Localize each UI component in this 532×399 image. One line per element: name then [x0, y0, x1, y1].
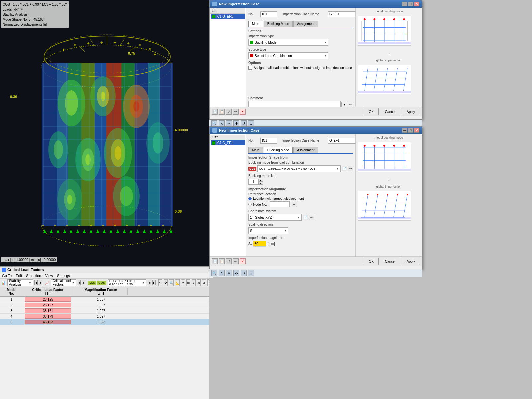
dialog2-nav-cursor[interactable]: ↖: [219, 270, 225, 276]
dialog1-nav-cursor[interactable]: ↖: [219, 120, 225, 126]
dialog2-nav-refresh[interactable]: ↺: [241, 270, 247, 276]
dialog2-coord-dropdown[interactable]: 1 - Global XYZ ▼: [248, 214, 302, 221]
pencil-icon[interactable]: ✏: [181, 279, 185, 286]
table-row[interactable]: 2 28.127 1.037: [0, 302, 213, 308]
dialog2-mode-no-input[interactable]: [248, 179, 258, 185]
results-next-btn[interactable]: ▶: [82, 280, 85, 285]
dialog1-no-input[interactable]: [260, 11, 277, 17]
dialog1-nav-settings[interactable]: ⚙: [233, 120, 239, 126]
dialog1-delete-btn[interactable]: ✕: [240, 109, 246, 115]
dialog1-apply-btn[interactable]: Apply: [402, 108, 420, 115]
dialog2-lc-btn1[interactable]: 📄: [342, 166, 347, 171]
cos-formula-dropdown[interactable]: COS - 1.35 * LC1 + 0.90 * LC3 + 1.50 *..…: [108, 279, 146, 286]
cos-next-btn[interactable]: ▶: [152, 280, 156, 285]
dialog1-ok-btn[interactable]: OK: [364, 108, 378, 115]
dialog2-ok-btn[interactable]: OK: [364, 258, 378, 265]
dialog1-tab-assignment[interactable]: Assignment: [293, 21, 318, 27]
cursor-icon[interactable]: ↖: [158, 279, 162, 286]
dialog2-refresh-btn[interactable]: ↺: [226, 258, 232, 264]
menu-goto[interactable]: Go To: [2, 274, 12, 278]
dialog2-action-btns: OK Cancel Apply: [364, 258, 420, 265]
dialog2-nav-export[interactable]: ⤓: [248, 270, 254, 276]
dialog1-imperfection-dropdown[interactable]: Buckling Mode ▼: [248, 39, 328, 46]
menu-selection[interactable]: Selection: [26, 274, 41, 278]
cos-prev-btn[interactable]: ◀: [148, 280, 151, 285]
dialog2-lc-dropdown[interactable]: COS - 1.35*LC1 + 0.90 *LC3 + 1.50 * LC4 …: [257, 165, 341, 172]
dialog2-list-item[interactable]: IC1 G_EF1: [211, 140, 245, 145]
dialog2-maximize-btn[interactable]: □: [408, 128, 413, 133]
settings-icon2[interactable]: ⚙: [202, 279, 206, 286]
dialog1-copy-btn[interactable]: 📋: [219, 109, 225, 115]
radio-location-selected[interactable]: [248, 197, 252, 200]
dialog2-titlebar[interactable]: New Imperfection Case — □ ✕: [210, 127, 422, 134]
dialog1-list-item[interactable]: IC1 G_EF1: [211, 14, 245, 19]
dialog1-cancel-btn[interactable]: Cancel: [380, 108, 400, 115]
dialog2-delete-btn[interactable]: ✕: [240, 258, 246, 264]
dialog1-titlebar[interactable]: New Imperfection Case — □ ✕: [210, 0, 422, 8]
dialog1-source-dropdown[interactable]: Select Load Combination ▼: [248, 52, 328, 59]
dialog1-nav-edit[interactable]: ✏: [226, 120, 232, 126]
dialog1-new-btn[interactable]: 📄: [212, 109, 218, 115]
dialog2-stepper-down[interactable]: ▼: [258, 182, 263, 185]
dialog2-list-panel: List IC1 G_EF1: [210, 134, 246, 256]
dialog1-checkbox[interactable]: [248, 66, 252, 70]
dialog2-name-input[interactable]: [328, 138, 355, 144]
dialog1-tab-buckling[interactable]: Buckling Mode: [264, 21, 293, 27]
dialog2-tab-buckling[interactable]: Buckling Mode: [264, 147, 293, 153]
menu-edit[interactable]: Edit: [16, 274, 22, 278]
move-icon[interactable]: ✥: [164, 279, 168, 286]
dialog1-comment-expand[interactable]: ▼: [341, 102, 347, 107]
dialog1-edit-btn[interactable]: ✏: [233, 109, 239, 115]
dialog2-coord-btn1[interactable]: 📄: [303, 215, 308, 220]
analysis-next-btn[interactable]: ▶: [39, 280, 42, 285]
dialog1-tab-main[interactable]: Main: [248, 21, 263, 27]
table-row-selected[interactable]: 5 45.163 1.023: [0, 319, 213, 325]
menu-settings[interactable]: Settings: [57, 274, 70, 278]
dialog2-nav-edit[interactable]: ✏: [226, 270, 232, 276]
filter-icon[interactable]: ⊞: [186, 279, 190, 286]
print-icon[interactable]: 🖨: [197, 279, 201, 286]
dialog1-maximize-btn[interactable]: □: [408, 2, 413, 6]
dialog2-node-input[interactable]: [270, 201, 290, 207]
dialog2-copy-btn[interactable]: 📋: [219, 258, 225, 264]
dialog2-tab-assignment[interactable]: Assignment: [293, 147, 318, 153]
dialog2-stepper-up[interactable]: ▲: [258, 179, 263, 182]
analysis-prev-btn[interactable]: ◀: [34, 280, 38, 285]
measure-icon[interactable]: 📐: [175, 279, 180, 286]
dialog1-nav-search[interactable]: 🔍: [211, 120, 217, 126]
dialog2-magnitude-input[interactable]: [253, 241, 266, 247]
dialog1-nav-export[interactable]: ⤓: [248, 120, 254, 126]
dialog2-apply-btn[interactable]: Apply: [402, 258, 420, 265]
export-icon[interactable]: ⤓: [192, 279, 196, 286]
dialog1-name-input[interactable]: [328, 11, 355, 17]
dialog2-new-btn[interactable]: 📄: [212, 258, 218, 264]
dialog2-scaling-dropdown[interactable]: S ▼: [248, 227, 288, 234]
zoom-icon[interactable]: 🔍: [169, 279, 174, 286]
dialog2-nav-settings[interactable]: ⚙: [233, 270, 239, 276]
results-prev-btn[interactable]: ◀: [78, 280, 81, 285]
dialog2-no-input[interactable]: [260, 138, 277, 144]
dialog1-close-btn[interactable]: ✕: [414, 2, 419, 6]
dialog2-close-btn[interactable]: ✕: [414, 128, 419, 133]
dialog2-cancel-btn[interactable]: Cancel: [380, 258, 400, 265]
analysis-dropdown[interactable]: Stability Analysis ▼: [7, 279, 33, 286]
dialog2-nav-search[interactable]: 🔍: [211, 270, 217, 276]
dialog2-coord-btn2[interactable]: ✏: [309, 215, 314, 220]
dialog2-edit-btn[interactable]: ✏: [233, 258, 239, 264]
dialog1-comment-input[interactable]: [248, 101, 341, 107]
dialog1-minimize-btn[interactable]: —: [402, 2, 407, 6]
dialog1-nav-refresh[interactable]: ↺: [241, 120, 247, 126]
col-extra: [128, 288, 211, 295]
results-dropdown[interactable]: Critical Load Factors ▼: [51, 279, 76, 286]
menu-view[interactable]: View: [45, 274, 53, 278]
dialog2-tab-main[interactable]: Main: [248, 147, 263, 153]
radio-node[interactable]: [248, 203, 252, 206]
dialog1-comment-edit[interactable]: ✏: [348, 102, 353, 107]
dialog2-minimize-btn[interactable]: —: [402, 128, 407, 133]
table-row[interactable]: 1 28.125 1.037: [0, 297, 213, 302]
table-row[interactable]: 3 38.161 1.027: [0, 308, 213, 314]
dialog2-node-edit-btn[interactable]: ✏: [292, 202, 297, 207]
dialog1-refresh-btn[interactable]: ↺: [226, 109, 232, 115]
dialog2-lc-btn2[interactable]: ✏: [348, 166, 353, 171]
table-row[interactable]: 4 38.179 1.027: [0, 314, 213, 319]
